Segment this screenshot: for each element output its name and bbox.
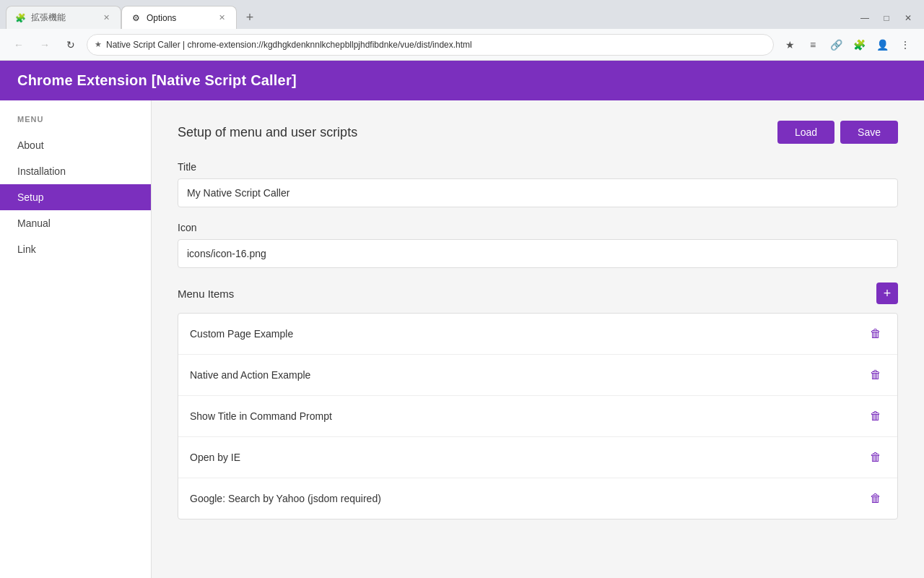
- window-controls: — □ ✕: [855, 10, 918, 26]
- menu-items-header: Menu Items +: [178, 282, 898, 304]
- browser-toolbar: ← → ↻ ★ Native Script Caller | chrome-ex…: [0, 29, 924, 61]
- tab-close-options[interactable]: ✕: [216, 12, 227, 24]
- delete-item-2-button[interactable]: 🗑: [866, 365, 886, 385]
- menu-item-label-2: Native and Action Example: [190, 369, 866, 381]
- tab-extensions[interactable]: 🧩 拡張機能 ✕: [6, 6, 121, 29]
- panel-actions: Load Save: [777, 121, 898, 144]
- tab-label-extensions: 拡張機能: [31, 12, 66, 24]
- icon-input[interactable]: [178, 239, 898, 268]
- tab-favicon-extensions: 🧩: [15, 13, 25, 23]
- reload-button[interactable]: ↻: [61, 35, 81, 55]
- bookmark-button[interactable]: ★: [780, 35, 800, 55]
- window-maximize-button[interactable]: □: [876, 10, 897, 26]
- title-form-group: Title: [178, 161, 898, 207]
- menu-button[interactable]: ⋮: [895, 35, 915, 55]
- menu-item-row: Open by IE 🗑: [178, 437, 897, 478]
- sidebar-item-installation[interactable]: Installation: [0, 158, 151, 184]
- window-minimize-button[interactable]: —: [855, 10, 875, 26]
- browser-titlebar: 🧩 拡張機能 ✕ ⚙ Options ✕ + — □ ✕: [0, 0, 924, 29]
- tab-favicon-options: ⚙: [131, 13, 141, 23]
- delete-item-5-button[interactable]: 🗑: [866, 488, 886, 509]
- address-favicon: ★: [95, 40, 102, 49]
- title-input[interactable]: [178, 178, 898, 207]
- menu-items-list: Custom Page Example 🗑 Native and Action …: [178, 313, 898, 519]
- menu-item-label-4: Open by IE: [190, 452, 866, 463]
- menu-item-row: Native and Action Example 🗑: [178, 355, 897, 396]
- sidebar-item-setup[interactable]: Setup: [0, 184, 151, 210]
- extension-header-title: Chrome Extension [Native Script Caller]: [17, 72, 297, 88]
- sidebar: MENU About Installation Setup Manual Lin…: [0, 100, 152, 578]
- panel-title: Setup of menu and user scripts: [178, 125, 357, 140]
- sidebar-menu-label: MENU: [0, 115, 151, 132]
- menu-item-label-1: Custom Page Example: [190, 328, 866, 340]
- menu-items-title: Menu Items: [178, 288, 234, 300]
- tab-label-options: Options: [147, 13, 176, 23]
- forward-button[interactable]: →: [35, 35, 55, 55]
- menu-item-row: Google: Search by Yahoo (jsdom required)…: [178, 478, 897, 519]
- address-bar[interactable]: ★ Native Script Caller | chrome-extensio…: [87, 34, 774, 56]
- sidebar-item-link[interactable]: Link: [0, 236, 151, 262]
- menu-item-row: Custom Page Example 🗑: [178, 314, 897, 355]
- window-close-button[interactable]: ✕: [898, 10, 918, 26]
- load-button[interactable]: Load: [777, 121, 834, 144]
- icon-form-group: Icon: [178, 222, 898, 268]
- tab-options[interactable]: ⚙ Options ✕: [121, 6, 237, 29]
- reading-list-button[interactable]: ≡: [803, 35, 823, 55]
- extension-body: MENU About Installation Setup Manual Lin…: [0, 100, 924, 578]
- toolbar-actions: ★ ≡ 🔗 🧩 👤 ⋮: [780, 35, 915, 55]
- main-panel: Setup of menu and user scripts Load Save…: [152, 100, 924, 578]
- new-tab-button[interactable]: +: [240, 7, 260, 27]
- menu-item-label-5: Google: Search by Yahoo (jsdom required): [190, 493, 866, 504]
- add-menu-item-button[interactable]: +: [876, 282, 898, 304]
- save-button[interactable]: Save: [840, 121, 898, 144]
- extension-header: Chrome Extension [Native Script Caller]: [0, 61, 924, 100]
- menu-item-row: Show Title in Command Prompt 🗑: [178, 396, 897, 437]
- delete-item-4-button[interactable]: 🗑: [866, 447, 886, 467]
- sidebar-item-about[interactable]: About: [0, 132, 151, 158]
- delete-item-3-button[interactable]: 🗑: [866, 406, 886, 426]
- sidebar-item-manual[interactable]: Manual: [0, 210, 151, 236]
- screenshot-button[interactable]: 🔗: [826, 35, 846, 55]
- profile-button[interactable]: 👤: [872, 35, 892, 55]
- title-label: Title: [178, 161, 898, 173]
- tab-close-extensions[interactable]: ✕: [100, 12, 112, 24]
- panel-header: Setup of menu and user scripts Load Save: [178, 121, 898, 144]
- address-text: Native Script Caller | chrome-extension:…: [106, 40, 766, 50]
- icon-label: Icon: [178, 222, 898, 233]
- delete-item-1-button[interactable]: 🗑: [866, 324, 886, 344]
- back-button[interactable]: ←: [9, 35, 29, 55]
- extensions-button[interactable]: 🧩: [849, 35, 869, 55]
- menu-item-label-3: Show Title in Command Prompt: [190, 410, 866, 422]
